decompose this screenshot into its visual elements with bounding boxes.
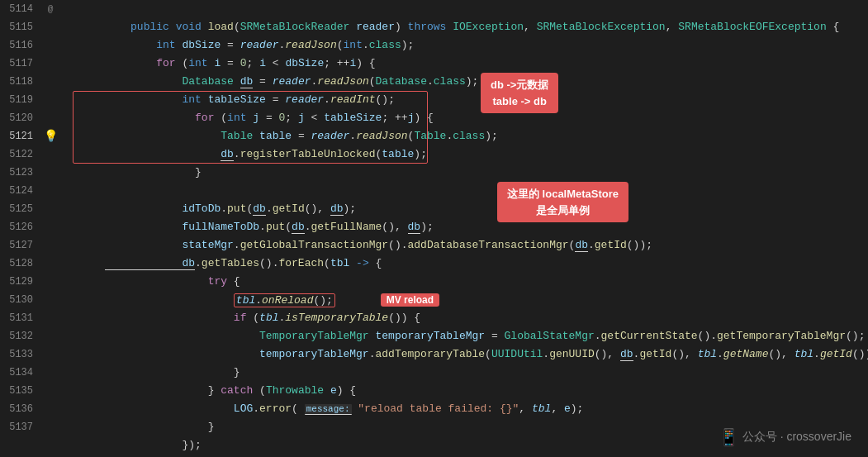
line-5136: 5136 <box>0 400 33 418</box>
line-5129: 5129 <box>0 273 33 291</box>
bulb-icon[interactable]: 💡 <box>44 127 58 145</box>
gutter-5137 <box>41 418 59 436</box>
line-5135: 5135 <box>0 382 33 400</box>
line-5122: 5122 <box>0 145 33 164</box>
line-5115: 5115 <box>0 18 33 36</box>
code-line-5124: idToDb.put(db.getId(), db); <box>66 182 868 200</box>
code-line-5131: TemporaryTableMgr temporaryTableMgr = Gl… <box>66 309 868 327</box>
at-icon: @ <box>48 0 54 18</box>
line-5125: 5125 <box>0 200 33 218</box>
code-line-5136: } <box>66 400 868 418</box>
code-line-5116: for (int i = 0; i < dbSize; ++i) { <box>66 36 868 55</box>
gutter: @ 💡 <box>41 0 59 457</box>
gutter-5124 <box>41 182 59 200</box>
code-line-5114: public void load(SRMetaBlockReader reade… <box>66 0 868 18</box>
line-5133: 5133 <box>0 345 33 364</box>
code-line-5130: if (tbl.isTemporaryTable()) { <box>66 291 868 309</box>
gutter-5132 <box>41 327 59 345</box>
line-5118: 5118 <box>0 73 33 91</box>
code-line-5126: stateMgr.getGlobalTransactionMgr().addDa… <box>66 218 868 236</box>
annotation-bubble-singleton: 这里的 localMetaStore 是全局单例 <box>497 182 628 222</box>
line-5116: 5116 <box>0 36 33 55</box>
gutter-5121: 💡 <box>41 127 59 145</box>
code-line-5119: for (int j = 0; j < tableSize; ++j) { <box>66 91 868 109</box>
code-line-5127: db.getTables().forEach(tbl -> { <box>66 236 868 255</box>
line-5127: 5127 <box>0 236 33 255</box>
line-5131: 5131 <box>0 309 33 327</box>
annotation-bubble-db-meta: db ->元数据 table -> db <box>481 73 558 113</box>
gutter-5126 <box>41 218 59 236</box>
highlight-box-container: for (int j = 0; j < tableSize; ++j) { Ta… <box>66 91 868 164</box>
watermark-icon: 📱 <box>719 427 739 447</box>
watermark-text: 公众号 · crossoverJie <box>742 430 851 445</box>
line-5130: 5130 <box>0 291 33 309</box>
gutter-5117 <box>41 55 59 73</box>
gutter-5130 <box>41 291 59 309</box>
gutter-5115 <box>41 18 59 36</box>
gutter-5131 <box>41 309 59 327</box>
code-line-5132: temporaryTableMgr.addTemporaryTable(UUID… <box>66 327 868 345</box>
line-5120: 5120 <box>0 109 33 127</box>
gutter-5125 <box>41 200 59 218</box>
line-5126: 5126 <box>0 218 33 236</box>
code-line-5128: try { <box>66 255 868 273</box>
code-line-5121: db.registerTableUnlocked(table); <box>66 127 868 145</box>
code-line-5120: Table table = reader.readJson(Table.clas… <box>66 109 868 127</box>
code-line-5118: int tableSize = reader.readInt(); <box>66 73 868 91</box>
code-container: 5114 5115 5116 5117 5118 5119 5120 5121 … <box>0 0 868 457</box>
gutter-5114: @ <box>41 0 59 18</box>
gutter-5119 <box>41 91 59 109</box>
line-5119: 5119 <box>0 91 33 109</box>
gutter-5116 <box>41 36 59 55</box>
line-5114: 5114 <box>0 0 33 18</box>
gutter-5122 <box>41 145 59 164</box>
code-area: public void load(SRMetaBlockReader reade… <box>59 0 868 457</box>
code-line-5115: int dbSize = reader.readJson(int.class); <box>66 18 868 36</box>
line-5123: 5123 <box>0 164 33 182</box>
gutter-5129 <box>41 273 59 291</box>
gutter-5136 <box>41 400 59 418</box>
code-line-5135: LOG.error( message: "reload table failed… <box>66 382 868 400</box>
code-line-5117: Database db = reader.readJson(Database.c… <box>66 55 868 73</box>
gutter-5135 <box>41 382 59 400</box>
line-5124: 5124 <box>0 182 33 200</box>
code-line-5134: } catch (Throwable e) { <box>66 364 868 382</box>
code-line-5122: } <box>66 145 868 164</box>
code-line-5133: } <box>66 345 868 364</box>
gutter-5133 <box>41 345 59 364</box>
line-5132: 5132 <box>0 327 33 345</box>
line-5137: 5137 <box>0 418 33 436</box>
code-line-5129: tbl.onReload(); MV reload <box>66 273 868 291</box>
code-line-5125: fullNameToDb.put(db.getFullName(), db); <box>66 200 868 218</box>
gutter-5128 <box>41 255 59 273</box>
gutter-5123 <box>41 164 59 182</box>
line-numbers: 5114 5115 5116 5117 5118 5119 5120 5121 … <box>0 0 41 457</box>
line-5117: 5117 <box>0 55 33 73</box>
line-5128: 5128 <box>0 255 33 273</box>
gutter-5118 <box>41 73 59 91</box>
line-5121: 5121 <box>0 127 33 145</box>
line-5134: 5134 <box>0 364 33 382</box>
gutter-5127 <box>41 236 59 255</box>
watermark: 📱 公众号 · crossoverJie <box>719 427 851 447</box>
gutter-5120 <box>41 109 59 127</box>
gutter-5134 <box>41 364 59 382</box>
code-line-5123 <box>66 164 868 182</box>
